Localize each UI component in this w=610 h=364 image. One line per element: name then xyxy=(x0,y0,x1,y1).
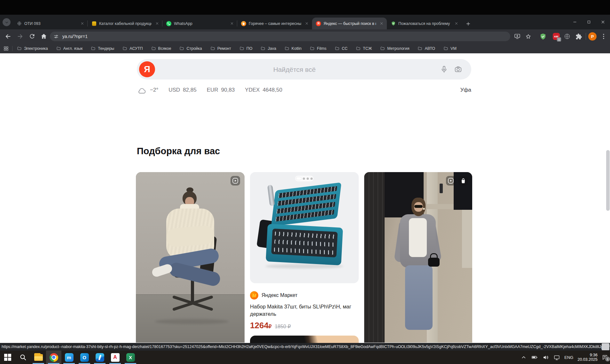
search-input[interactable] xyxy=(159,59,430,80)
weather-temp[interactable]: −2° xyxy=(150,87,158,93)
extensions-puzzle-icon[interactable] xyxy=(575,33,583,40)
tab-oti[interactable]: ОТИ 093 xyxy=(13,18,88,29)
clock[interactable]: 9:36 20.03.2025 xyxy=(577,353,598,362)
bookmark-folder[interactable]: Тендеры xyxy=(91,46,114,51)
weather-cloud-icon xyxy=(137,86,147,94)
shopping-bag-icon[interactable] xyxy=(458,176,468,186)
tray-chevron-icon[interactable] xyxy=(521,354,527,360)
taskbar-excel[interactable]: X xyxy=(123,351,138,364)
card-photo-sweater[interactable] xyxy=(136,172,245,343)
address-bar[interactable]: ya.ru/?npr=1 xyxy=(50,32,510,41)
scrollbar-thumb[interactable] xyxy=(606,150,610,211)
card-photo-street[interactable] xyxy=(364,172,472,343)
close-icon[interactable] xyxy=(154,21,160,27)
apps-grid-icon[interactable] xyxy=(3,46,9,51)
page-content: Я −2° USD 82,85 EUR 90,83 YDEX 4648,50 У… xyxy=(0,53,610,343)
file-explorer-icon xyxy=(34,354,43,361)
close-icon[interactable] xyxy=(79,21,85,27)
tab-title: Горячее – самые интересные xyxy=(249,21,301,26)
install-app-icon[interactable] xyxy=(513,33,521,40)
bookmark-folder[interactable]: АСУТП xyxy=(122,46,143,51)
tab-whatsapp[interactable]: WhatsApp xyxy=(162,18,237,29)
bookmark-folder[interactable]: ПО xyxy=(239,46,253,51)
clock-date: 20.03.2025 xyxy=(577,357,598,362)
action-center-button[interactable]: 1 xyxy=(602,354,608,360)
adguard-icon xyxy=(391,21,396,26)
adguard-extension-icon[interactable] xyxy=(539,33,547,40)
video-play-icon[interactable] xyxy=(231,176,240,186)
video-play-icon[interactable] xyxy=(446,176,456,186)
abp-extension-icon[interactable]: ABP 1 xyxy=(552,33,560,40)
product-title[interactable]: Набор Makita 37шт, биты SL\Ph\Pz\H, маг … xyxy=(250,303,359,318)
rate-usd[interactable]: USD 82,85 xyxy=(168,87,196,93)
close-icon[interactable] xyxy=(453,21,459,27)
tab-adguard-report[interactable]: Пожаловаться на проблему | А xyxy=(387,18,462,29)
bookmark-folder[interactable]: АВТО xyxy=(418,46,435,51)
image-search-icon[interactable] xyxy=(454,65,462,73)
brand-row[interactable]: M Яндекс Маркет xyxy=(250,291,359,300)
window-controls xyxy=(568,15,610,29)
home-button[interactable] xyxy=(40,33,47,40)
reload-button[interactable] xyxy=(29,33,36,40)
maximize-button[interactable] xyxy=(582,15,596,29)
extension-globe-icon[interactable] xyxy=(563,33,571,40)
close-window-button[interactable] xyxy=(596,15,610,29)
tab-search-button[interactable] xyxy=(3,18,11,26)
new-tab-button[interactable] xyxy=(464,19,473,28)
bookmark-star-icon[interactable] xyxy=(524,33,532,40)
bookmark-label: CC xyxy=(342,46,348,51)
tab-catalog[interactable]: Каталог кабельной продукции xyxy=(88,18,162,29)
bookmark-folder[interactable]: Стройка xyxy=(179,46,202,51)
menu-kebab-icon[interactable] xyxy=(600,33,607,40)
bookmark-label: Метрология xyxy=(387,46,409,51)
rate-eur[interactable]: EUR 90,83 xyxy=(207,87,235,93)
taskbar-chrome[interactable] xyxy=(46,351,61,364)
network-icon[interactable] xyxy=(553,354,560,361)
bookmark-label: Ремонт xyxy=(217,46,231,51)
forward-button[interactable] xyxy=(17,33,24,40)
tab-pikabu[interactable]: Горячее – самые интересные xyxy=(237,18,312,29)
close-icon[interactable] xyxy=(229,21,235,27)
product-image[interactable] xyxy=(250,172,359,283)
site-settings-icon[interactable] xyxy=(53,34,59,39)
card-product: M Яндекс Маркет Набор Makita 37шт, биты … xyxy=(250,172,359,343)
minimize-button[interactable] xyxy=(568,15,582,29)
next-card-partial[interactable] xyxy=(250,336,359,343)
bookmark-folder[interactable]: Kotlin xyxy=(285,46,301,51)
back-button[interactable] xyxy=(4,33,12,40)
taskbar-file-explorer[interactable] xyxy=(31,351,46,364)
notification-badge: 1 xyxy=(605,356,610,362)
bookmark-label: Электроника xyxy=(24,46,48,51)
close-icon[interactable] xyxy=(379,21,384,27)
profile-avatar[interactable]: P xyxy=(588,32,597,41)
city-label[interactable]: Уфа xyxy=(460,87,471,93)
url-text: ya.ru/?npr=1 xyxy=(62,34,88,39)
bookmark-folder[interactable]: Метрология xyxy=(380,46,409,51)
bookmark-folder[interactable]: Всякое xyxy=(151,46,171,51)
bookmark-folder[interactable]: Ремонт xyxy=(210,46,231,51)
taskbar-acrobat[interactable]: A xyxy=(107,351,123,364)
taskbar-search-button[interactable] xyxy=(15,351,31,364)
voice-search-icon[interactable] xyxy=(440,65,448,73)
bookmark-folder[interactable]: Films xyxy=(310,46,326,51)
bookmark-folder[interactable]: CC xyxy=(335,46,348,51)
yandex-logo[interactable]: Я xyxy=(139,61,155,77)
bookmark-folder[interactable]: Java xyxy=(261,46,276,51)
taskbar-maxthon[interactable]: m xyxy=(61,351,77,364)
taskbar-outlook[interactable]: O xyxy=(77,351,92,364)
battery-icon[interactable] xyxy=(531,354,538,360)
globe-icon xyxy=(17,21,22,26)
close-icon[interactable] xyxy=(304,21,309,27)
bookmark-folder[interactable]: Электроника xyxy=(17,46,48,51)
start-button[interactable] xyxy=(0,351,15,364)
bookmark-folder[interactable]: Англ. язык xyxy=(56,46,83,51)
volume-icon[interactable] xyxy=(543,354,549,361)
bookmark-folder[interactable]: VM xyxy=(443,46,457,51)
status-bar: https://market.yandex.ru/product--nabor-… xyxy=(0,343,610,351)
bookmark-folder[interactable]: ТСЖ xyxy=(356,46,372,51)
rate-ydex[interactable]: YDEX 4648,50 xyxy=(245,87,282,93)
tab-yandex[interactable]: Я Яндекс — быстрый поиск в ин xyxy=(312,18,387,29)
yandex-market-icon: M xyxy=(250,291,258,300)
keyboard-language[interactable]: ENG xyxy=(564,355,573,360)
taskbar-app[interactable] xyxy=(92,351,107,364)
